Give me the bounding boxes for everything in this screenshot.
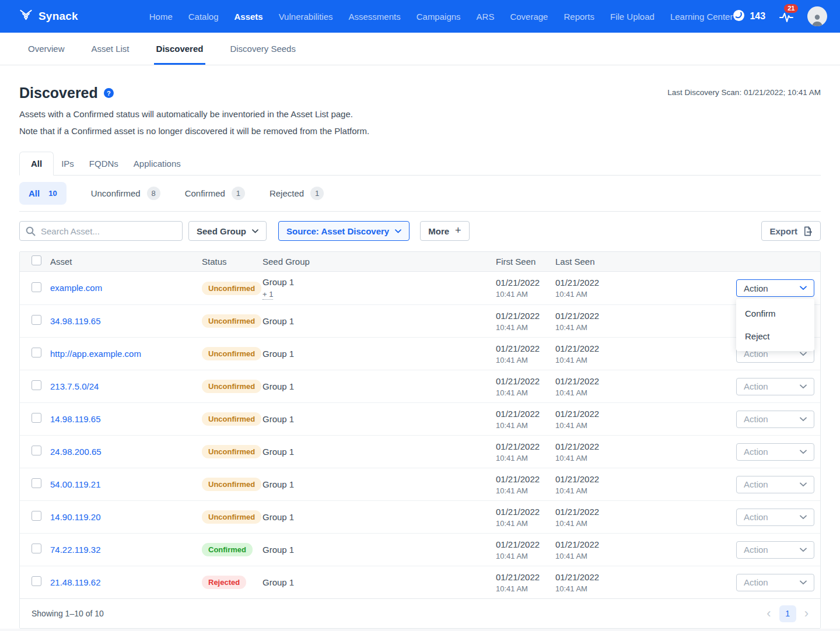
action-label: Action — [744, 447, 768, 457]
action-menu-item-reject[interactable]: Reject — [736, 325, 814, 348]
action-dropdown-button[interactable]: Action — [736, 476, 814, 493]
top-nav-item[interactable]: ARS — [477, 12, 495, 22]
first-seen-date: 01/21/2022 — [496, 474, 555, 484]
asset-link[interactable]: example.com — [50, 283, 102, 293]
action-label: Action — [744, 545, 768, 555]
top-nav-item[interactable]: Assets — [234, 12, 262, 22]
table-row: example.com Unconfirmed Group 1 + 1 01/2… — [20, 272, 820, 304]
action-cell: Action Confirm Reject — [718, 443, 820, 461]
status-filter[interactable]: All 10 — [19, 182, 66, 205]
subnav-item[interactable]: Asset List — [89, 33, 132, 65]
action-dropdown-button[interactable]: Action — [736, 541, 814, 559]
search-icon — [26, 226, 36, 236]
row-checkbox[interactable] — [32, 413, 41, 423]
table-body: example.com Unconfirmed Group 1 + 1 01/2… — [20, 272, 820, 598]
top-nav-item[interactable]: Coverage — [510, 12, 548, 22]
asset-type-tab[interactable]: IPs — [54, 152, 82, 175]
asset-link[interactable]: 54.00.119.21 — [50, 479, 100, 489]
action-dropdown-button[interactable]: Action — [736, 443, 814, 461]
asset-link[interactable]: 74.22.119.32 — [50, 545, 100, 555]
row-checkbox[interactable] — [32, 544, 41, 553]
top-nav-item[interactable]: Learning Center — [670, 12, 733, 22]
pulse-icon — [779, 15, 793, 24]
help-icon[interactable]: ? — [104, 88, 114, 98]
synack-logo[interactable]: Synack — [19, 8, 78, 24]
asset-link[interactable]: http://app.example.com — [50, 349, 141, 359]
top-nav-item[interactable]: File Upload — [610, 12, 654, 22]
top-nav-item[interactable]: Home — [149, 12, 173, 22]
first-seen-date: 01/21/2022 — [496, 376, 555, 386]
action-label: Action — [744, 381, 768, 391]
chevron-down-icon — [800, 450, 807, 454]
asset-link[interactable]: 24.98.200.65 — [50, 447, 102, 457]
asset-sub-navigation: OverviewAsset ListDiscoveredDiscovery Se… — [0, 33, 840, 65]
seed-group-extra[interactable]: + 1 — [262, 290, 273, 300]
asset-link[interactable]: 21.48.119.62 — [50, 577, 100, 587]
row-checkbox[interactable] — [32, 446, 41, 455]
page-description-line2: Note that if a Confirmed asset is no lon… — [19, 126, 369, 136]
seed-group-value: Group 1 — [262, 349, 496, 359]
action-dropdown-button[interactable]: Action — [736, 411, 814, 428]
action-dropdown-button[interactable]: Action — [736, 378, 814, 395]
asset-link[interactable]: 213.7.5.0/24 — [50, 381, 99, 391]
page-number-button[interactable]: 1 — [779, 605, 796, 622]
action-cell: Action Confirm Reject — [718, 541, 820, 559]
notifications-button[interactable]: 21 — [779, 8, 793, 25]
top-nav-item[interactable]: Reports — [564, 12, 594, 22]
last-seen-date: 01/21/2022 — [555, 474, 718, 484]
notification-count-badge: 21 — [784, 4, 798, 13]
action-cell: Action Confirm Reject — [718, 476, 820, 493]
subnav-item[interactable]: Discovered — [154, 33, 206, 65]
row-checkbox[interactable] — [32, 511, 41, 521]
row-checkbox[interactable] — [32, 282, 41, 292]
asset-type-tab[interactable]: FQDNs — [82, 152, 126, 175]
row-checkbox[interactable] — [32, 348, 41, 357]
last-seen-time: 10:41 AM — [555, 323, 718, 332]
subnav-item[interactable]: Overview — [26, 33, 67, 65]
action-menu-item-confirm[interactable]: Confirm — [736, 302, 814, 325]
page-bottom-gap — [0, 629, 840, 631]
chevron-down-icon — [800, 580, 807, 585]
row-checkbox[interactable] — [32, 315, 41, 325]
first-seen-date: 01/21/2022 — [496, 311, 555, 321]
action-dropdown-button[interactable]: Action — [736, 509, 814, 526]
status-filter[interactable]: Unconfirmed 8 — [91, 182, 160, 205]
row-checkbox[interactable] — [32, 478, 41, 488]
top-nav-item[interactable]: Campaigns — [416, 12, 461, 22]
status-filter[interactable]: Confirmed 1 — [185, 182, 245, 205]
status-badge: Unconfirmed — [202, 412, 261, 426]
status-filter-label: Unconfirmed — [91, 188, 141, 198]
action-cell: Action Confirm Reject — [718, 411, 820, 428]
avatar[interactable] — [807, 6, 827, 26]
subnav-item[interactable]: Discovery Seeds — [228, 33, 298, 65]
chevron-down-icon — [800, 384, 807, 389]
more-filters-button[interactable]: More + — [420, 221, 469, 241]
top-nav-item[interactable]: Assessments — [349, 12, 401, 22]
last-seen-time: 10:41 AM — [555, 584, 718, 593]
table-header-row: Asset Status Seed Group First Seen Last … — [20, 252, 820, 272]
credits-indicator[interactable]: 143 — [733, 9, 765, 24]
asset-link[interactable]: 14.90.119.20 — [50, 512, 100, 522]
asset-link[interactable]: 14.98.119.65 — [50, 414, 100, 424]
top-nav-item[interactable]: Catalog — [188, 12, 219, 22]
select-all-checkbox[interactable] — [32, 255, 41, 265]
previous-page-button[interactable]: ‹ — [766, 607, 771, 620]
source-filter-button[interactable]: Source: Asset Discovery — [278, 221, 410, 241]
export-icon — [803, 226, 813, 236]
asset-link[interactable]: 34.98.119.65 — [50, 316, 100, 326]
search-asset-input[interactable] — [19, 221, 183, 241]
action-dropdown-button[interactable]: Action — [736, 574, 814, 591]
action-dropdown-button[interactable]: Action — [736, 279, 814, 297]
top-nav-item[interactable]: Vulnerabilities — [279, 12, 333, 22]
status-filter[interactable]: Rejected 1 — [270, 182, 324, 205]
seed-group-filter-button[interactable]: Seed Group — [188, 221, 267, 241]
next-page-button[interactable]: › — [804, 607, 808, 620]
asset-type-tab[interactable]: Applications — [126, 152, 188, 175]
row-checkbox[interactable] — [32, 380, 41, 390]
row-checkbox[interactable] — [32, 576, 41, 586]
more-filters-label: More — [428, 226, 449, 236]
status-filter-count: 10 — [48, 187, 57, 200]
asset-type-tab[interactable]: All — [19, 152, 54, 176]
export-button[interactable]: Export — [761, 221, 821, 241]
asset-type-tabs: AllIPsFQDNsApplications — [19, 152, 821, 176]
